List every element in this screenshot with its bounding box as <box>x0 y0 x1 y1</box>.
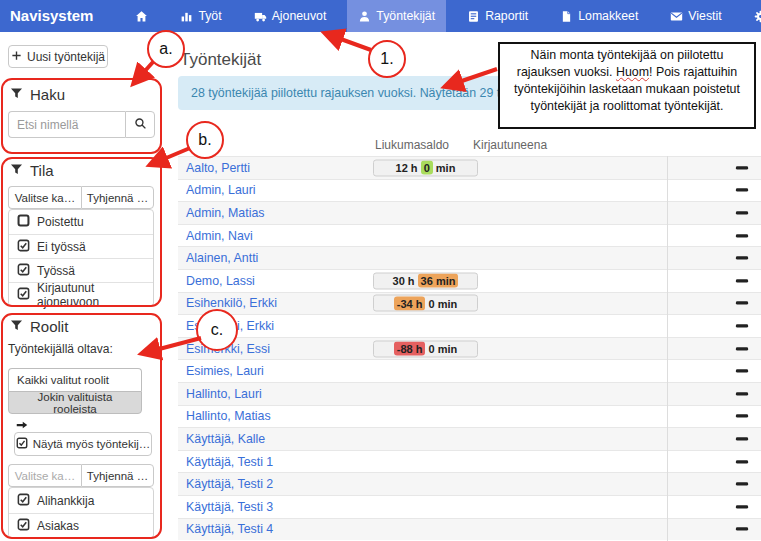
roolit-select-all-button[interactable]: Valitse ka… <box>8 464 81 487</box>
tila-section-title: Tila <box>10 162 54 179</box>
role-mode-group: Kaikki valitut roolit Jokin valituista r… <box>8 368 142 414</box>
minus-icon[interactable] <box>735 229 749 243</box>
annotation-circle-a: a. <box>147 30 185 68</box>
tila-clear-button[interactable]: Tyhjennä … <box>81 186 154 209</box>
employee-name-link[interactable]: Käyttäjä, Testi 1 <box>186 455 273 469</box>
filter-option[interactable]: Kirjautunut ajoneuvoon <box>9 282 153 306</box>
checkbox-checked-icon <box>17 263 30 279</box>
role-mode-any-button[interactable]: Jokin valituista rooleista <box>8 391 142 414</box>
nav-item-tyontekijat[interactable]: Työntekijät <box>347 0 446 32</box>
saldo-badge: 12 h 0 min <box>373 159 478 176</box>
table-row: Aalto, Pertti12 h 0 min <box>178 156 761 179</box>
haku-section-title: Haku <box>10 86 65 103</box>
roolit-clear-button[interactable]: Tyhjennä … <box>81 464 154 487</box>
employee-name-link[interactable]: Käyttäjä, Testi 2 <box>186 477 273 491</box>
show-also-button[interactable]: Näytä myös työntekij… <box>14 432 152 456</box>
filter-option[interactable]: Alihankkija <box>9 488 153 513</box>
report-icon <box>467 10 480 23</box>
minus-icon[interactable] <box>735 455 749 469</box>
employee-table: Aalto, Pertti12 h 0 minAdmin, LauriAdmin… <box>178 156 761 540</box>
table-row: Esimerkki, Essi-88 h 0 min <box>178 337 761 360</box>
employee-name-link[interactable]: Aalto, Pertti <box>186 161 250 175</box>
table-row: Käyttäjä, Testi 1 <box>178 450 761 473</box>
app-brand[interactable]: Navisystem <box>0 0 107 32</box>
checkbox-checked-icon <box>17 493 30 509</box>
employee-name-link[interactable]: Hallinto, Lauri <box>186 387 262 401</box>
annotation-circle-1: 1. <box>368 40 406 78</box>
employee-name-link[interactable]: Esihenkilö, Erkki <box>186 296 277 310</box>
filter-option[interactable]: Ei työssä <box>9 234 153 258</box>
employee-name-link[interactable]: Käyttäjä, Kalle <box>186 432 265 446</box>
minus-icon[interactable] <box>735 274 749 288</box>
employee-name-link[interactable]: Käyttäjä, Testi 4 <box>186 522 273 536</box>
table-row: Alainen, Antti <box>178 246 761 269</box>
minus-icon[interactable] <box>735 342 749 356</box>
table-row: Admin, Lauri <box>178 179 761 202</box>
person-icon <box>358 10 371 23</box>
minus-icon[interactable] <box>735 522 749 536</box>
saldo-badge: 30 h 36 min <box>373 272 478 289</box>
minus-icon[interactable] <box>735 296 749 310</box>
employee-name-link[interactable]: Alainen, Antti <box>186 251 258 265</box>
home-icon <box>135 10 148 23</box>
filter-icon <box>10 86 23 103</box>
checkbox-checked-icon <box>17 518 30 534</box>
search-button[interactable] <box>125 111 155 138</box>
nav-item-hallinta[interactable]: Hallinta <box>743 0 761 32</box>
employee-name-link[interactable]: Demo, Lassi <box>186 274 255 288</box>
employee-name-link[interactable]: Admin, Navi <box>186 229 253 243</box>
filter-option[interactable]: Työssä <box>9 258 153 282</box>
table-row: Demo, Lassi30 h 36 min <box>178 269 761 292</box>
minus-icon[interactable] <box>735 206 749 220</box>
table-row: Käyttäjä, Testi 3 <box>178 495 761 518</box>
minus-icon[interactable] <box>735 319 749 333</box>
nav-item-viestit[interactable]: Viestit <box>659 0 732 32</box>
minus-icon[interactable] <box>735 409 749 423</box>
annotation-note-box: Näin monta työntekijää on piilotettu raj… <box>498 42 756 129</box>
truck-icon <box>254 10 267 23</box>
gear-icon <box>754 10 761 23</box>
filter-option[interactable]: Asiakas <box>9 513 153 538</box>
nav-item-tyot[interactable]: Työt <box>169 0 232 32</box>
tila-select-all-button[interactable]: Valitse ka… <box>8 186 81 209</box>
page-title: Työntekijät <box>180 50 261 70</box>
annotation-circle-c: c. <box>196 309 238 351</box>
saldo-badge: -88 h 0 min <box>373 340 478 357</box>
file-icon <box>560 10 573 23</box>
minus-icon[interactable] <box>735 500 749 514</box>
tila-buttons: Valitse ka… Tyhjennä … <box>8 186 154 209</box>
tila-filter-list: PoistettuEi työssäTyössäKirjautunut ajon… <box>8 209 154 307</box>
table-row: Hallinto, Lauri <box>178 382 761 405</box>
table-row: Käyttäjä, Testi 2 <box>178 472 761 495</box>
employee-name-link[interactable]: Hallinto, Matias <box>186 409 271 423</box>
employee-name-link[interactable]: Admin, Matias <box>186 206 265 220</box>
table-row: Esihenkilö, Erkki-34 h 0 min <box>178 292 761 315</box>
search-group <box>8 111 155 138</box>
nav-item-lomakkeet[interactable]: Lomakkeet <box>549 0 649 32</box>
minus-icon[interactable] <box>735 477 749 491</box>
filter-option[interactable]: Poistettu <box>9 210 153 234</box>
employee-name-link[interactable]: Käyttäjä, Testi 3 <box>186 500 273 514</box>
filter-icon <box>10 162 23 179</box>
nav-item-home[interactable] <box>124 0 159 32</box>
minus-icon[interactable] <box>735 251 749 265</box>
column-header-liukumasaldo: Liukumasaldo <box>375 138 449 152</box>
plus-icon <box>11 50 22 64</box>
role-mode-all-button[interactable]: Kaikki valitut roolit <box>8 368 142 391</box>
table-row: Esimerkki, Erkki <box>178 314 761 337</box>
search-input[interactable] <box>8 111 125 138</box>
table-row: Käyttäjä, Kalle <box>178 427 761 450</box>
minus-icon[interactable] <box>735 387 749 401</box>
table-row: Admin, Matias <box>178 201 761 224</box>
minus-icon[interactable] <box>735 183 749 197</box>
employee-name-link[interactable]: Admin, Lauri <box>186 183 256 197</box>
filter-icon <box>10 318 23 335</box>
minus-icon[interactable] <box>735 364 749 378</box>
nav-item-raportit[interactable]: Raportit <box>456 0 539 32</box>
checkbox-unchecked-icon <box>17 214 30 230</box>
employee-name-link[interactable]: Esimies, Lauri <box>186 364 264 378</box>
minus-icon[interactable] <box>735 432 749 446</box>
nav-item-ajoneuvot[interactable]: Ajoneuvot <box>243 0 338 32</box>
new-employee-button[interactable]: Uusi työntekijä <box>8 45 108 68</box>
minus-icon[interactable] <box>735 161 749 175</box>
